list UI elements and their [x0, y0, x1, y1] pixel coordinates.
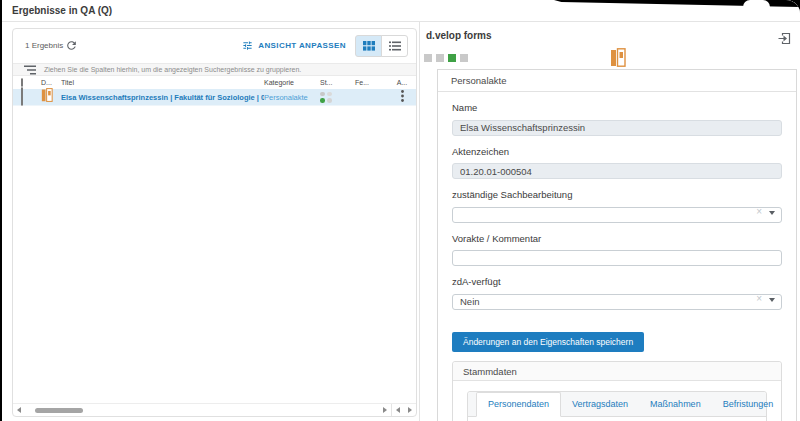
column-category[interactable]: Kategorie: [264, 79, 320, 86]
scroll-right-arrow[interactable]: [379, 404, 391, 416]
tab-vertragsdaten[interactable]: Vertragsdaten: [561, 392, 639, 416]
search-results-panel: 1 Ergebnis ANSICHT ANPASSEN: [12, 28, 417, 417]
field-name: Name: [452, 102, 782, 136]
group-columns-icon: [24, 65, 36, 75]
stammdaten-card: Stammdaten Personendaten Vertragsdaten M…: [452, 361, 782, 421]
tune-icon: [242, 40, 253, 51]
clear-icon[interactable]: ×: [756, 206, 762, 218]
status-dot: [327, 98, 332, 103]
stammdaten-tabbox: Personendaten Vertragsdaten Maßnahmen Be…: [467, 391, 767, 421]
tab-personendaten[interactable]: Personendaten: [476, 392, 561, 417]
forms-app-title: d.velop forms: [426, 30, 492, 41]
field-aktenzeichen-input: [452, 163, 782, 179]
scrollbar-track[interactable]: [25, 404, 379, 416]
chevron-down-icon[interactable]: [769, 298, 775, 302]
result-title-link[interactable]: Elsa Wissenschaftsprinzessin | Fakultät …: [61, 93, 264, 102]
column-fe[interactable]: Fe...: [355, 79, 391, 86]
status-dots: [320, 92, 332, 103]
customize-view-button[interactable]: ANSICHT ANPASSEN: [242, 40, 346, 51]
column-doc[interactable]: D...: [41, 79, 61, 86]
status-square: [460, 54, 468, 62]
status-dot: [320, 92, 325, 97]
field-zda-label: zdA-verfügt: [452, 276, 782, 287]
group-drop-zone[interactable]: Ziehen Sie die Spalten hierhin, um die a…: [13, 63, 416, 76]
status-dot: [327, 92, 332, 97]
field-sachbearbeitung-label: zuständige Sachbearbeitung: [452, 189, 782, 200]
field-sachbearbeitung: zuständige Sachbearbeitung ×: [452, 189, 782, 223]
status-squares: [424, 54, 468, 62]
field-name-label: Name: [452, 102, 782, 113]
table-view-icon: [363, 41, 375, 51]
app-window: Ergebnisse in QA (Q) 1 Ergebnis ANSICHT …: [2, 0, 800, 421]
scroll-left-arrow[interactable]: [13, 404, 25, 416]
field-zda-input[interactable]: [452, 294, 782, 310]
tab-panel-personendaten: Titel / akademischer Grad Geburtsdatum: [468, 417, 766, 421]
list-view-button[interactable]: [381, 35, 408, 57]
window-corner-bump: [743, 0, 770, 7]
field-vorakte-input[interactable]: [452, 250, 782, 266]
select-all-checkbox[interactable]: [21, 78, 23, 87]
results-toolbar: 1 Ergebnis ANSICHT ANPASSEN: [13, 29, 416, 63]
form-scroll-area: Personalakte Name Aktenzeichen zuständig…: [437, 69, 797, 421]
status-square: [436, 54, 444, 62]
column-title[interactable]: Titel: [61, 79, 264, 86]
save-properties-button[interactable]: Änderungen an den Eigenschaften speicher…: [452, 332, 644, 352]
page-next-arrow[interactable]: [404, 404, 416, 416]
table-view-button[interactable]: [355, 35, 382, 57]
forms-panel: d.velop forms Personalakte: [420, 22, 800, 421]
table-row[interactable]: Elsa Wissenschaftsprinzessin | Fakultät …: [13, 89, 416, 106]
page-previous-arrow[interactable]: [392, 404, 404, 416]
field-zda: zdA-verfügt ×: [452, 276, 782, 310]
customize-view-label: ANSICHT ANPASSEN: [258, 41, 346, 50]
field-aktenzeichen: Aktenzeichen: [452, 146, 782, 180]
tab-befristungen[interactable]: Befristungen: [712, 392, 785, 416]
field-name-input: [452, 120, 782, 136]
row-checkbox[interactable]: [21, 87, 23, 106]
clear-icon[interactable]: ×: [756, 293, 762, 305]
stammdaten-tabbar: Personendaten Vertragsdaten Maßnahmen Be…: [468, 392, 766, 417]
status-square-green: [448, 54, 456, 62]
list-view-icon: [389, 41, 401, 51]
field-aktenzeichen-label: Aktenzeichen: [452, 146, 782, 157]
view-toggle-group: [355, 35, 408, 57]
field-vorakte-label: Vorakte / Kommentar: [452, 233, 782, 244]
field-vorakte: Vorakte / Kommentar: [452, 233, 782, 267]
result-count: 1 Ergebnis: [25, 41, 63, 50]
result-category-link[interactable]: Personalakte: [264, 93, 320, 102]
refresh-icon[interactable]: [65, 38, 81, 54]
column-status[interactable]: St...: [320, 79, 355, 86]
page-title: Ergebnisse in QA (Q): [12, 5, 112, 16]
column-actions[interactable]: A...: [391, 79, 413, 86]
scrollbar-thumb[interactable]: [35, 408, 83, 413]
group-hint-text: Ziehen Sie die Spalten hierhin, um die a…: [44, 66, 301, 73]
open-external-icon[interactable]: [778, 31, 791, 44]
horizontal-scrollbar: [13, 403, 416, 416]
field-sachbearbeitung-input[interactable]: [452, 207, 782, 223]
personalakte-binder-icon-large: [610, 48, 626, 71]
results-table-header: D... Titel Kategorie St... Fe... A...: [13, 76, 416, 89]
personalakte-binder-icon: [41, 88, 53, 102]
status-dot-green: [320, 98, 325, 103]
tab-massnahmen[interactable]: Maßnahmen: [639, 392, 712, 416]
status-square: [424, 54, 432, 62]
stammdaten-title: Stammdaten: [453, 362, 781, 381]
chevron-down-icon[interactable]: [769, 211, 775, 215]
form-card-title: Personalakte: [438, 70, 796, 92]
row-menu-icon[interactable]: [401, 90, 404, 102]
